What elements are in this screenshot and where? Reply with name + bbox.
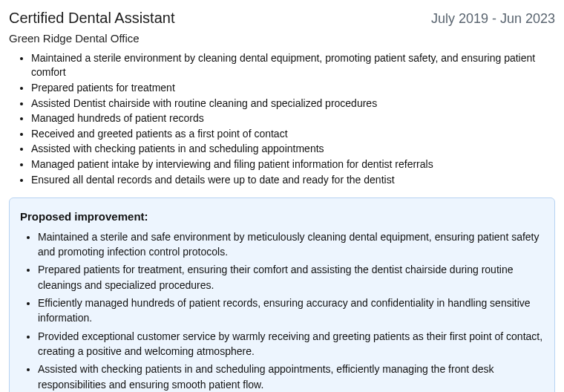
- list-item: Maintained a sterile and safe environmen…: [38, 229, 544, 260]
- proposal-heading: Proposed improvement:: [20, 209, 544, 225]
- list-item: Provided exceptional customer service by…: [38, 329, 544, 359]
- list-item: Prepared patients for treatment, ensurin…: [38, 262, 544, 293]
- list-item: Assisted Dentist chairside with routine …: [31, 97, 555, 111]
- company-name: Green Ridge Dental Office: [9, 30, 555, 47]
- list-item: Prepared patients for treatment: [31, 81, 555, 96]
- list-item: Assisted with checking patients in and s…: [38, 362, 544, 392]
- proposed-improvement-panel: Proposed improvement: Maintained a steri…: [9, 197, 555, 392]
- current-bullets: Maintained a sterile environment by clea…: [31, 51, 555, 187]
- proposed-bullets: Maintained a sterile and safe environmen…: [38, 229, 544, 392]
- list-item: Ensured all dental records and details w…: [31, 173, 555, 188]
- experience-header: Certified Dental Assistant July 2019 - J…: [9, 7, 555, 29]
- job-title: Certified Dental Assistant: [9, 7, 174, 29]
- list-item: Managed hundreds of patient records: [31, 111, 555, 126]
- list-item: Managed patient intake by interviewing a…: [31, 157, 555, 172]
- list-item: Maintained a sterile environment by clea…: [31, 51, 555, 80]
- list-item: Efficiently managed hundreds of patient …: [38, 295, 544, 326]
- list-item: Received and greeted patients as a first…: [31, 127, 555, 142]
- date-range: July 2019 - Jun 2023: [431, 9, 555, 28]
- list-item: Assisted with checking patients in and s…: [31, 142, 555, 157]
